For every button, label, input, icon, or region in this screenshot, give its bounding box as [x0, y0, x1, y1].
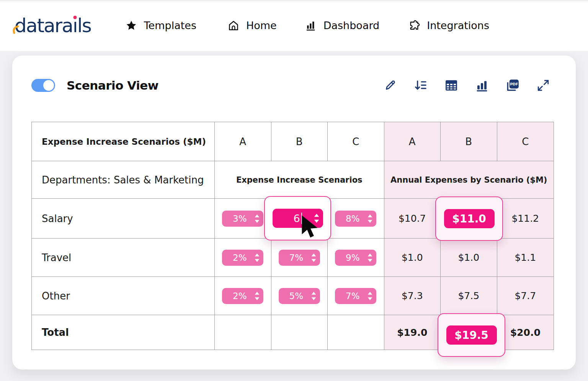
group-header-annual: Annual Expenses by Scenario ($M) — [384, 161, 554, 199]
travel-annual-c: $1.1 — [497, 239, 554, 277]
total-increase-a-cell — [215, 315, 271, 350]
stepper-arrows-icon[interactable] — [368, 292, 372, 300]
puzzle-icon — [408, 20, 420, 31]
salary-annual-c: $11.2 — [497, 199, 554, 239]
travel-annual-a: $1.0 — [384, 239, 441, 277]
col-header-annual-b: B — [441, 122, 497, 161]
nav-item-label: Dashboard — [323, 20, 379, 31]
nav-item-templates[interactable]: Templates — [126, 20, 196, 31]
expand-icon[interactable] — [536, 78, 550, 93]
nav-item-label: Home — [246, 20, 277, 31]
bar-chart-icon — [305, 20, 317, 31]
other-annual-b: $7.5 — [441, 277, 497, 315]
department-label: Departments: Sales & Marketing — [32, 161, 215, 199]
table-corner-header: Expense Increase Scenarios ($M) — [32, 122, 215, 161]
col-header-increase-a: A — [215, 122, 271, 161]
salary-annual-a: $10.7 — [384, 199, 441, 239]
other-increase-c-stepper[interactable]: 7% — [335, 288, 376, 304]
nav-item-integrations[interactable]: Integrations — [408, 20, 489, 31]
stepper-arrows-icon[interactable] — [311, 253, 316, 262]
nav-item-dashboard[interactable]: Dashboard — [305, 20, 379, 31]
total-b-annual-highlight: $19.5 — [446, 325, 497, 345]
bar-chart-icon[interactable] — [475, 78, 489, 93]
stepper-arrows-icon[interactable] — [311, 292, 316, 300]
page-title: Scenario View — [67, 78, 158, 92]
salary-increase-c-cell: 8% — [328, 199, 384, 239]
other-increase-b-cell: 5% — [271, 277, 328, 315]
travel-annual-b: $1.0 — [441, 239, 497, 277]
col-header-increase-c: C — [328, 122, 384, 161]
travel-increase-c-cell: 9% — [328, 239, 384, 277]
card-header: Scenario View PDF — [31, 77, 550, 94]
logo-orange-accent — [12, 19, 20, 38]
toggle-knob — [43, 80, 54, 91]
salary-b-annual-highlight: $11.0 — [444, 209, 495, 228]
highlight-popup-salary-b: $11.0 — [435, 196, 503, 241]
other-annual-c: $7.7 — [497, 277, 554, 315]
highlight-popup-total-b: $19.5 — [438, 313, 505, 357]
other-increase-a-stepper[interactable]: 2% — [222, 288, 263, 304]
stepper-arrows-icon[interactable] — [255, 253, 260, 262]
nav-item-home[interactable]: Home — [228, 20, 277, 31]
logo-text-suffix: ls — [77, 16, 91, 35]
travel-increase-a-cell: 2% — [215, 239, 271, 277]
edit-pencil-icon[interactable] — [383, 78, 397, 93]
travel-increase-c-stepper[interactable]: 9% — [335, 250, 376, 266]
stepper-arrows-icon[interactable] — [255, 214, 260, 223]
travel-increase-b-stepper[interactable]: 7% — [279, 250, 320, 266]
svg-text:PDF: PDF — [510, 82, 518, 86]
nav-item-label: Templates — [144, 20, 196, 31]
export-pdf-icon[interactable]: PDF — [505, 78, 520, 93]
star-icon — [126, 20, 137, 31]
stepper-arrows-icon[interactable] — [368, 214, 372, 223]
total-increase-c-cell — [328, 315, 384, 350]
logo-text-prefix: datara — [15, 16, 73, 35]
logo-letter-i: ı — [73, 16, 77, 35]
salary-increase-a-stepper[interactable]: 3% — [222, 211, 263, 227]
edit-popup-salary-b: 6 — [264, 196, 331, 240]
mouse-cursor — [300, 214, 320, 242]
card-toolbar: PDF — [383, 78, 550, 93]
sort-list-icon[interactable] — [413, 78, 428, 93]
nav-item-label: Integrations — [427, 20, 489, 31]
col-header-increase-b: B — [271, 122, 328, 161]
other-increase-b-stepper[interactable]: 5% — [279, 288, 320, 304]
home-icon — [228, 20, 239, 31]
datarails-logo[interactable]: dataraıls — [15, 16, 91, 35]
table-grid-icon[interactable] — [444, 78, 459, 93]
total-annual-a: $19.0 — [384, 315, 441, 350]
group-header-increase: Expense Increase Scenarios — [215, 161, 384, 199]
total-annual-c: $20.0 — [497, 315, 554, 350]
stepper-arrows-icon[interactable] — [255, 292, 260, 300]
other-increase-c-cell: 7% — [328, 277, 384, 315]
row-label-travel: Travel — [32, 239, 215, 277]
row-label-other: Other — [32, 277, 215, 315]
col-header-annual-c: C — [497, 122, 554, 161]
stepper-arrows-icon[interactable] — [368, 253, 372, 262]
salary-increase-c-stepper[interactable]: 8% — [335, 211, 376, 227]
other-increase-a-cell: 2% — [215, 277, 271, 315]
total-increase-b-cell — [271, 315, 328, 350]
scenario-view-toggle[interactable] — [31, 79, 55, 92]
row-label-salary: Salary — [32, 199, 215, 239]
travel-increase-a-stepper[interactable]: 2% — [222, 250, 263, 266]
col-header-annual-a: A — [384, 122, 441, 161]
other-annual-a: $7.3 — [384, 277, 441, 315]
top-navbar: dataraıls Templates Home Dashboard Integ… — [0, 0, 588, 51]
row-label-total: Total — [32, 315, 215, 350]
travel-increase-b-cell: 7% — [271, 239, 328, 277]
salary-increase-a-cell: 3% — [215, 199, 271, 239]
